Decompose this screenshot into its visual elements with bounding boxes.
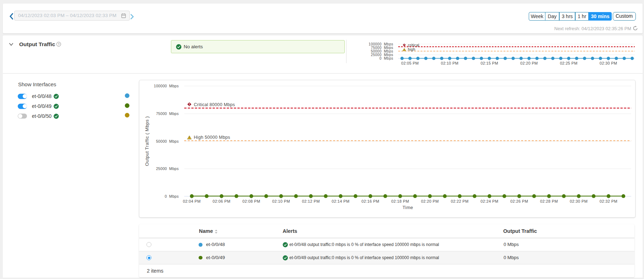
svg-text:02:25 PM: 02:25 PM: [560, 61, 577, 65]
svg-text:02:24 PM: 02:24 PM: [481, 199, 498, 203]
svg-text:02:06 PM: 02:06 PM: [213, 199, 231, 203]
svg-text:0 Mbps: 0 Mbps: [379, 56, 393, 60]
svg-text:02:08 PM: 02:08 PM: [243, 199, 260, 203]
svg-text:100000 Mbps: 100000 Mbps: [154, 84, 179, 88]
svg-text:02:04 PM: 02:04 PM: [183, 199, 201, 203]
svg-text:02:15 PM: 02:15 PM: [481, 61, 498, 65]
svg-text:02:20 PM: 02:20 PM: [520, 61, 538, 65]
svg-text:02:14 PM: 02:14 PM: [332, 199, 349, 203]
svg-text:high: high: [408, 47, 415, 51]
svg-text:02:12 PM: 02:12 PM: [302, 199, 320, 203]
svg-text:02:26 PM: 02:26 PM: [510, 199, 528, 203]
svg-text:02:18 PM: 02:18 PM: [391, 199, 409, 203]
svg-text:02:10 PM: 02:10 PM: [441, 61, 458, 65]
svg-text:75000 Mbps: 75000 Mbps: [156, 111, 179, 116]
svg-text:02:22 PM: 02:22 PM: [451, 199, 468, 203]
svg-text:0 Mbps: 0 Mbps: [165, 194, 179, 198]
svg-text:02:30 PM: 02:30 PM: [600, 61, 617, 65]
svg-text:Output Traffic ( Mbps ): Output Traffic ( Mbps ): [144, 116, 150, 166]
svg-text:critical: critical: [408, 43, 419, 47]
svg-text:02:32 PM: 02:32 PM: [600, 199, 617, 203]
svg-text:02:05 PM: 02:05 PM: [401, 61, 418, 65]
svg-text:25000 Mbps: 25000 Mbps: [156, 166, 179, 171]
svg-text:Time: Time: [402, 205, 413, 210]
svg-text:50000 Mbps: 50000 Mbps: [156, 139, 179, 143]
svg-text:02:30 PM: 02:30 PM: [570, 199, 588, 203]
svg-text:02:28 PM: 02:28 PM: [540, 199, 558, 203]
svg-text:02:10 PM: 02:10 PM: [272, 199, 290, 203]
svg-text:High 50000 Mbps: High 50000 Mbps: [194, 135, 230, 140]
svg-text:02:20 PM: 02:20 PM: [421, 199, 439, 203]
svg-text:02:16 PM: 02:16 PM: [361, 199, 379, 203]
svg-text:Critical 80000 Mbps: Critical 80000 Mbps: [194, 102, 235, 107]
